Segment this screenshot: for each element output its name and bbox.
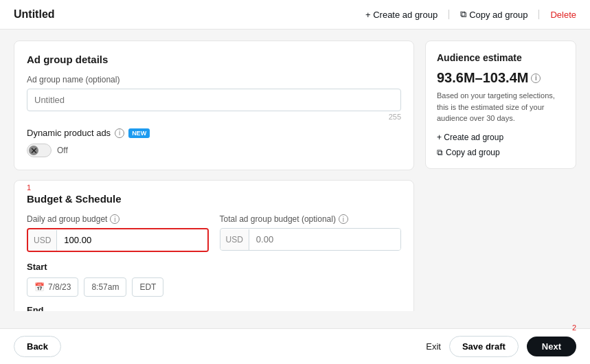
section-number-1: 1 bbox=[27, 183, 31, 192]
dynamic-ads-toggle[interactable]: ✕ bbox=[27, 144, 52, 157]
total-budget-field: Total ad group budget (optional) i USD bbox=[220, 214, 402, 252]
total-budget-label: Total ad group budget (optional) i bbox=[220, 214, 402, 224]
delete-link[interactable]: Delete bbox=[550, 10, 576, 20]
end-label: End bbox=[27, 305, 401, 311]
back-button[interactable]: Back bbox=[14, 336, 61, 357]
audience-title: Audience estimate bbox=[437, 52, 565, 63]
divider bbox=[449, 10, 449, 19]
name-label: Ad group name (optional) bbox=[27, 75, 401, 84]
budget-schedule-title: Budget & Schedule bbox=[27, 193, 401, 205]
budget-schedule-card: 1 Budget & Schedule Daily ad group budge… bbox=[14, 180, 414, 311]
create-ad-group-link[interactable]: + Create ad group bbox=[365, 10, 438, 20]
section-number-2: 2 bbox=[572, 323, 576, 332]
start-date-input[interactable]: 📅 7/8/23 bbox=[27, 277, 78, 297]
top-bar-actions: + Create ad group ⧉ Copy ad group Delete bbox=[365, 9, 576, 20]
audience-copy-icon: ⧉ bbox=[437, 148, 443, 157]
exit-button[interactable]: Exit bbox=[426, 341, 441, 352]
divider2 bbox=[538, 10, 539, 19]
start-timezone-input[interactable]: EDT bbox=[132, 277, 163, 297]
right-panel: Audience estimate 93.6M–103.4M i Based o… bbox=[425, 41, 576, 311]
top-bar: Untitled + Create ad group ⧉ Copy ad gro… bbox=[0, 0, 590, 30]
toggle-knob: ✕ bbox=[29, 146, 38, 155]
audience-estimate-value: 93.6M–103.4M i bbox=[437, 70, 565, 86]
page-title: Untitled bbox=[14, 8, 55, 21]
save-draft-button[interactable]: Save draft bbox=[449, 336, 519, 357]
audience-create-link[interactable]: + Create ad group bbox=[437, 133, 565, 142]
daily-budget-input-wrap: USD bbox=[27, 228, 209, 252]
bottom-bar: Back 2 Exit Save draft Next bbox=[0, 328, 590, 364]
audience-card: Audience estimate 93.6M–103.4M i Based o… bbox=[425, 41, 576, 169]
audience-copy-link[interactable]: ⧉ Copy ad group bbox=[437, 148, 565, 157]
daily-budget-field: Daily ad group budget i USD bbox=[27, 214, 209, 252]
copy-ad-group-link[interactable]: ⧉ Copy ad group bbox=[460, 9, 527, 20]
next-button[interactable]: Next bbox=[527, 337, 576, 356]
audience-description: Based on your targeting selections, this… bbox=[437, 90, 565, 124]
budget-row: Daily ad group budget i USD Total ad gro… bbox=[27, 214, 401, 252]
total-budget-info-icon[interactable]: i bbox=[339, 214, 348, 224]
dynamic-ads-label: Dynamic product ads bbox=[27, 128, 111, 138]
daily-budget-info-icon[interactable]: i bbox=[110, 214, 120, 224]
bottom-right-actions: 2 Exit Save draft Next bbox=[426, 336, 576, 357]
dynamic-ads-section: Dynamic product ads i NEW ✕ Off bbox=[27, 128, 401, 157]
ad-group-name-input[interactable] bbox=[27, 89, 401, 111]
daily-budget-label: Daily ad group budget i bbox=[27, 214, 209, 224]
toggle-state-label: Off bbox=[57, 146, 68, 155]
char-count: 255 bbox=[27, 113, 401, 121]
ad-group-details-card: Ad group details Ad group name (optional… bbox=[14, 41, 414, 170]
start-section: Start 📅 7/8/23 8:57am EDT bbox=[27, 262, 401, 297]
new-badge: NEW bbox=[128, 128, 150, 138]
copy-icon: ⧉ bbox=[460, 9, 466, 20]
ad-group-details-title: Ad group details bbox=[27, 54, 401, 65]
start-label: Start bbox=[27, 262, 401, 272]
start-time-input[interactable]: 8:57am bbox=[84, 277, 126, 297]
end-section: End bbox=[27, 305, 401, 311]
schedule-inputs: 📅 7/8/23 8:57am EDT bbox=[27, 277, 401, 297]
daily-currency-label: USD bbox=[28, 230, 57, 251]
total-currency-label: USD bbox=[220, 229, 249, 250]
main-content: Ad group details Ad group name (optional… bbox=[0, 30, 590, 322]
audience-info-icon[interactable]: i bbox=[531, 73, 541, 83]
calendar-icon: 📅 bbox=[34, 282, 45, 292]
dynamic-ads-info-icon[interactable]: i bbox=[115, 128, 124, 138]
daily-budget-input[interactable] bbox=[57, 229, 207, 251]
audience-links: + Create ad group ⧉ Copy ad group bbox=[437, 133, 565, 157]
total-budget-input[interactable] bbox=[249, 229, 400, 250]
left-panel: Ad group details Ad group name (optional… bbox=[14, 41, 414, 311]
total-budget-input-wrap: USD bbox=[220, 228, 402, 251]
